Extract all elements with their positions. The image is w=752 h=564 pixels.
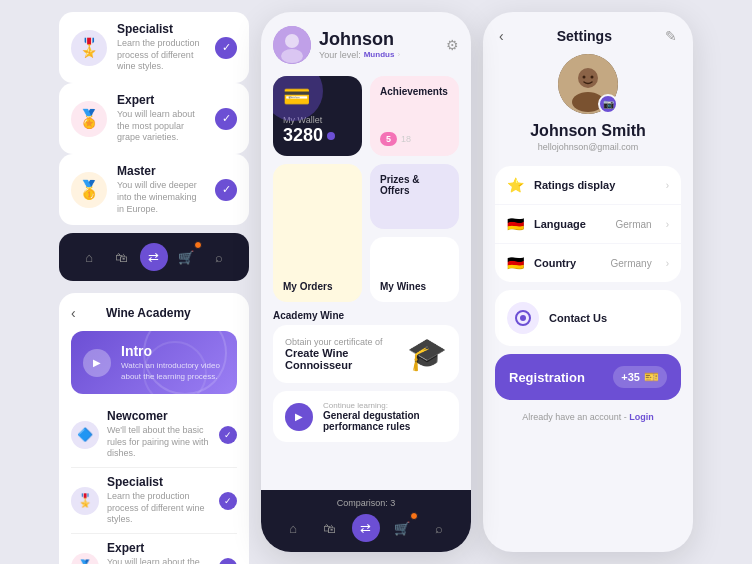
settings-item-label-country: Country: [534, 257, 601, 269]
continue-play-btn[interactable]: ▶: [285, 403, 313, 431]
settings-item-label-ratings: Ratings display: [534, 179, 656, 191]
nav-cart-left[interactable]: 🛒: [172, 243, 200, 271]
cert-name: Create Wine Connoisseur: [285, 347, 397, 371]
prizes-label: Prizes & Offers: [380, 174, 449, 196]
svg-point-6: [583, 76, 586, 79]
course-icon-expert: 🏅: [71, 101, 107, 137]
academy-title: Wine Academy: [106, 306, 191, 320]
settings-item-country[interactable]: 🇩🇪 Country Germany ›: [495, 244, 681, 282]
settings-item-ratings[interactable]: ⭐ Ratings display ›: [495, 166, 681, 205]
course-card-expert[interactable]: 🏅 Expert You will learn about the most p…: [59, 83, 249, 154]
prizes-card[interactable]: Prizes & Offers: [370, 164, 459, 229]
center-nav-icons: ⌂ 🛍 ⇄ 🛒 ⌕: [275, 514, 457, 542]
course-card-specialist[interactable]: 🎖️ Specialist Learn the production proce…: [59, 12, 249, 83]
mini-course-desc: We'll tell about the basic rules for pai…: [107, 425, 211, 460]
nav-swap-left[interactable]: ⇄: [140, 243, 168, 271]
cert-title: Obtain your certificate of: [285, 337, 397, 347]
svg-point-9: [520, 315, 526, 321]
course-cards-top: 🎖️ Specialist Learn the production proce…: [59, 12, 249, 225]
center-nav-cart[interactable]: 🛒: [388, 514, 416, 542]
reg-icon: 🎫: [644, 370, 659, 384]
continue-section[interactable]: ▶ Continue learning: General degustation…: [273, 391, 459, 442]
registration-card[interactable]: Registration +35 🎫: [495, 354, 681, 400]
orders-card[interactable]: My Orders: [273, 164, 362, 302]
check-circle-master: ✓: [215, 179, 237, 201]
nav-bag-left[interactable]: 🛍: [108, 243, 136, 271]
mini-course-expert[interactable]: 🏅 Expert You will learn about the most p…: [71, 534, 237, 564]
chevron-icon-country: ›: [666, 258, 669, 269]
achievement-count: 5 18: [380, 132, 449, 146]
login-link[interactable]: Login: [629, 412, 654, 422]
mini-course-title: Expert: [107, 541, 211, 555]
wallet-card[interactable]: 💳 My Wallet 3280: [273, 76, 362, 156]
settings-item-icon-language: 🇩🇪: [507, 216, 524, 232]
nav-home-left[interactable]: ⌂: [75, 243, 103, 271]
settings-item-value-language: German: [616, 219, 652, 230]
comparison-label: Comparison: 3: [275, 498, 457, 508]
certificate-card[interactable]: Obtain your certificate of Create Wine C…: [273, 325, 459, 383]
intro-card[interactable]: ▶ Intro Watch an introductory video abou…: [71, 331, 237, 394]
mini-course-icon: 🎖️: [71, 487, 99, 515]
check-circle-specialist: ✓: [215, 37, 237, 59]
mini-course-text: Specialist Learn the production process …: [107, 475, 211, 526]
course-icon-master: 🥇: [71, 172, 107, 208]
mini-course-specialist[interactable]: 🎖️ Specialist Learn the production proce…: [71, 468, 237, 534]
nav-search-left[interactable]: ⌕: [205, 243, 233, 271]
svg-point-7: [591, 76, 594, 79]
svg-point-1: [285, 34, 299, 48]
level-badge: Mundus: [364, 50, 395, 59]
settings-header: ‹ Settings ✎: [483, 12, 693, 54]
contact-icon: [507, 302, 539, 334]
cert-text: Obtain your certificate of Create Wine C…: [285, 337, 397, 371]
check-circle-expert: ✓: [215, 108, 237, 130]
settings-edit-btn[interactable]: ✎: [665, 28, 677, 44]
achievement-count-total: 18: [401, 134, 411, 144]
course-text-specialist: Specialist Learn the production process …: [117, 22, 205, 73]
intro-sub: Watch an introductory video about the le…: [121, 361, 225, 382]
settings-back-btn[interactable]: ‹: [499, 28, 504, 44]
contact-card[interactable]: Contact Us: [495, 290, 681, 346]
my-wines-card[interactable]: My Wines: [370, 237, 459, 302]
intro-text: Intro Watch an introductory video about …: [121, 343, 225, 382]
wallet-label: My Wallet: [283, 115, 352, 125]
settings-item-language[interactable]: 🇩🇪 Language German ›: [495, 205, 681, 244]
avatar-camera-btn[interactable]: 📷: [598, 94, 618, 114]
center-scroll: Johnson Your level: Mundus › ⚙ 💳 My Wall…: [261, 12, 471, 490]
intro-label: Intro: [121, 343, 225, 359]
course-desc-master: You will dive deeper into the winemaking…: [117, 180, 205, 215]
mini-course-text: Newcomer We'll tell about the basic rule…: [107, 409, 211, 460]
course-text-master: Master You will dive deeper into the win…: [117, 164, 205, 215]
wines-label: My Wines: [380, 281, 449, 292]
center-nav-bag[interactable]: 🛍: [316, 514, 344, 542]
left-panel: 🎖️ Specialist Learn the production proce…: [59, 12, 249, 552]
course-title-master: Master: [117, 164, 205, 178]
center-bottom-nav: Comparison: 3 ⌂ 🛍 ⇄ 🛒 ⌕: [261, 490, 471, 552]
course-desc-specialist: Learn the production process of differen…: [117, 38, 205, 73]
mini-course-text: Expert You will learn about the most pop…: [107, 541, 211, 564]
mini-course-newcomer[interactable]: 🔷 Newcomer We'll tell about the basic ru…: [71, 402, 237, 468]
settings-item-icon-ratings: ⭐: [507, 177, 524, 193]
intro-play-btn[interactable]: ▶: [83, 349, 111, 377]
settings-list: ⭐ Ratings display › 🇩🇪 Language German ›…: [495, 166, 681, 282]
prizes-orders-grid: My Orders Prizes & Offers My Wines: [273, 164, 459, 302]
mini-course-desc: You will learn about the most popular gr…: [107, 557, 211, 564]
settings-item-label-language: Language: [534, 218, 606, 230]
svg-point-4: [578, 68, 598, 88]
center-settings-icon[interactable]: ⚙: [446, 37, 459, 53]
course-title-specialist: Specialist: [117, 22, 205, 36]
academy-back-btn[interactable]: ‹: [71, 305, 76, 321]
wallet-amount: 3280: [283, 125, 352, 146]
continue-label: Continue learning:: [323, 401, 447, 410]
profile-section: 📷 Johnson Smith hellojohnson@gmail.com: [483, 54, 693, 166]
center-nav-search[interactable]: ⌕: [425, 514, 453, 542]
center-panel: Johnson Your level: Mundus › ⚙ 💳 My Wall…: [261, 12, 471, 552]
course-card-master[interactable]: 🥇 Master You will dive deeper into the w…: [59, 154, 249, 225]
settings-item-icon-country: 🇩🇪: [507, 255, 524, 271]
center-nav-swap[interactable]: ⇄: [352, 514, 380, 542]
mini-check: ✓: [219, 492, 237, 510]
profile-name: Johnson Smith: [530, 122, 646, 140]
wine-academy-panel: ‹ Wine Academy ▶ Intro Watch an introduc…: [59, 293, 249, 564]
center-nav-home[interactable]: ⌂: [279, 514, 307, 542]
settings-item-value-country: Germany: [611, 258, 652, 269]
achievements-card[interactable]: Achievements 5 18: [370, 76, 459, 156]
